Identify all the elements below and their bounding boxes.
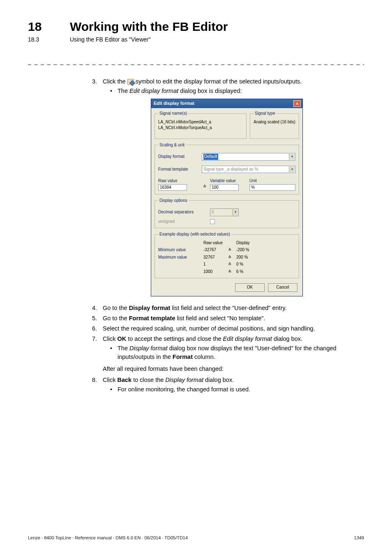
format-template-select[interactable]: Signal type _a displayed as % ▾ xyxy=(202,166,295,173)
close-icon[interactable]: × xyxy=(293,100,301,107)
text: Display format xyxy=(165,377,203,383)
text: Go to the xyxy=(103,305,129,311)
text: Click the xyxy=(103,78,127,85)
bullet-text: For online monitoring, the changed forma… xyxy=(118,385,250,394)
signal-name: LA_NCtrl.nMotorTorqueAct_a xyxy=(158,125,243,131)
decimal-separators-select: 0 ▾ xyxy=(210,208,239,216)
text: The xyxy=(118,345,129,352)
signal-type-legend: Signal type xyxy=(254,111,276,117)
dialog-titlebar: Edit display format × xyxy=(151,99,302,108)
text: OK xyxy=(117,335,126,342)
text: Display format xyxy=(129,345,168,352)
corresponds-icon: ≙ xyxy=(228,254,236,261)
step-text: Click Back to close the Display format d… xyxy=(103,376,364,394)
cancel-button[interactable]: Cancel xyxy=(268,283,297,292)
example-cell: -200 % xyxy=(236,247,261,253)
unit-input[interactable] xyxy=(249,184,295,191)
text: Format template xyxy=(129,315,175,321)
divider: _ _ _ _ _ _ _ _ _ _ _ _ _ _ _ _ _ _ _ _ … xyxy=(28,58,364,65)
example-cell: 200 % xyxy=(236,254,261,261)
example-display-legend: Example display (with selected values) xyxy=(158,231,231,238)
chevron-down-icon: ▾ xyxy=(289,166,295,173)
text: to accept the settings and close the xyxy=(126,335,223,342)
text: dialog box. xyxy=(272,335,302,342)
raw-value-input[interactable] xyxy=(158,184,187,191)
format-template-label: Format template xyxy=(158,166,199,173)
text: column. xyxy=(193,354,215,360)
text: symbol to edit the display format of the… xyxy=(134,78,302,85)
display-format-select[interactable]: Default ▾ xyxy=(202,153,295,161)
bullet-icon: • xyxy=(110,87,113,95)
example-max-label: Maximum value xyxy=(158,254,203,261)
chapter-number: 18 xyxy=(28,20,53,34)
step-text: Click the symbol to edit the display for… xyxy=(103,77,364,95)
step-number: 8. xyxy=(90,376,97,394)
corresponds-icon: ≙ xyxy=(228,261,236,268)
text: list field and select "No template". xyxy=(175,315,265,321)
bullet-text: The Display format dialog box now displa… xyxy=(118,344,364,361)
example-raw-header: Raw value xyxy=(203,240,228,246)
chevron-down-icon: ▾ xyxy=(289,154,295,160)
text: dialog box. xyxy=(203,377,234,383)
text: Format xyxy=(173,354,193,360)
chevron-down-icon: ▾ xyxy=(232,209,238,215)
step-number: 7. xyxy=(90,335,97,361)
example-display-header: Display xyxy=(236,240,261,246)
display-format-label: Display format xyxy=(158,154,199,160)
unit-label: Unit xyxy=(249,178,295,184)
step-number: 6. xyxy=(90,324,97,333)
text: list field and select the "User-defined"… xyxy=(170,305,286,311)
text: Go to the xyxy=(103,315,129,321)
text: to close the xyxy=(131,377,165,383)
select-value: Default xyxy=(203,154,218,160)
unsigned-checkbox xyxy=(210,219,215,224)
raw-value-label: Raw value xyxy=(158,178,199,184)
intermediate-text: After all required formats have been cha… xyxy=(103,365,364,373)
step-number: 4. xyxy=(90,304,97,312)
example-cell: 1 xyxy=(203,261,228,268)
dialog-title: Edit display format xyxy=(154,100,194,107)
edit-display-format-dialog: Edit display format × Signal name(s) LA_… xyxy=(151,99,303,296)
unsigned-label: unsigned xyxy=(158,219,208,225)
step-text: Go to the Display format list field and … xyxy=(103,304,364,312)
text: Click xyxy=(103,377,117,383)
display-options-legend: Display options xyxy=(158,198,189,204)
bullet-icon: • xyxy=(110,385,113,394)
page-number: 1349 xyxy=(354,535,364,540)
text: Edit display format xyxy=(223,335,272,342)
chapter-title: Working with the FB Editor xyxy=(70,20,228,34)
edit-format-icon xyxy=(127,79,134,85)
step-number: 5. xyxy=(90,314,97,323)
corresponds-icon: ≙ xyxy=(202,184,208,191)
corresponds-icon: ≙ xyxy=(228,247,236,253)
section-number: 18.3 xyxy=(28,36,53,43)
select-value: 0 xyxy=(212,210,214,214)
example-min-label: Minimum value xyxy=(158,247,203,253)
step-number: 3. xyxy=(90,77,97,95)
bullet-icon: • xyxy=(110,344,113,361)
example-cell: 0 % xyxy=(236,261,261,268)
select-value: Signal type _a displayed as % xyxy=(203,167,258,171)
ok-button[interactable]: OK xyxy=(235,283,265,292)
example-cell: 6 % xyxy=(236,269,261,275)
text: Display format xyxy=(129,305,171,311)
text: Click xyxy=(103,335,117,342)
example-cell: -32767 xyxy=(203,247,228,253)
step-text: Go to the Format template list field and… xyxy=(103,314,364,323)
variable-value-input[interactable] xyxy=(210,184,239,191)
corresponds-icon: ≙ xyxy=(228,269,236,275)
example-cell: 32767 xyxy=(203,254,228,261)
signal-names-legend: Signal name(s) xyxy=(158,111,188,117)
text: The xyxy=(118,88,129,94)
step-text: Click OK to accept the settings and clos… xyxy=(103,335,364,361)
variable-value-label: Variable value xyxy=(210,178,247,184)
bullet-text: The Edit display format dialog box is di… xyxy=(118,87,242,95)
text: Edit display format xyxy=(129,88,178,94)
text: Back xyxy=(117,377,131,383)
decimal-separators-label: Decimal separators xyxy=(158,209,208,215)
footer-left: Lenze · 8400 TopLine · Reference manual … xyxy=(28,535,188,540)
signal-type-value: Analog scaled (16 bits) xyxy=(254,119,295,125)
scaling-unit-legend: Scaling & unit xyxy=(158,142,186,148)
signal-name: LA_NCtrl.nMotorSpeedAct_a xyxy=(158,119,243,125)
step-text: Select the required scaling, unit, numbe… xyxy=(103,324,364,333)
